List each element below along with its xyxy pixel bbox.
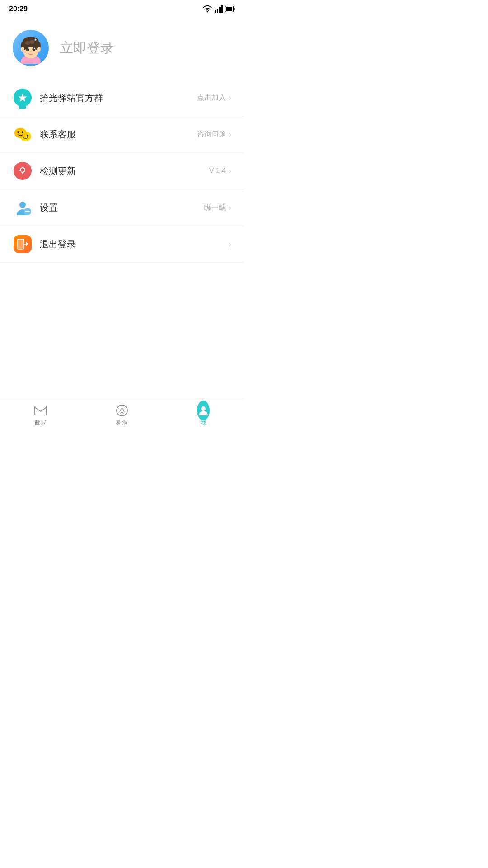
check-update-right: V 1.4 › <box>209 166 231 176</box>
logout-right: › <box>226 240 231 249</box>
settings-sub: 瞧一瞧 <box>204 203 226 212</box>
customer-service-right: 咨询问题 › <box>197 130 231 139</box>
chevron-icon: › <box>229 240 231 249</box>
svg-point-27 <box>27 134 29 137</box>
logout-label: 退出登录 <box>40 238 226 250</box>
battery-icon <box>225 6 235 12</box>
svg-marker-24 <box>19 94 27 102</box>
login-button[interactable]: 立即登录 <box>60 39 114 57</box>
signal-icon <box>215 5 223 13</box>
settings-label: 设置 <box>40 202 204 214</box>
status-time: 20:29 <box>9 5 28 13</box>
logout-icon <box>14 235 32 253</box>
menu-item-check-update[interactable]: 检测更新 V 1.4 › <box>0 153 244 189</box>
svg-point-15 <box>37 47 41 52</box>
mail-tab-icon <box>34 404 47 417</box>
tab-item-me[interactable]: 我 <box>163 404 244 429</box>
tree-hole-tab-icon <box>116 404 128 417</box>
profile-section[interactable]: ★ 立即登录 <box>0 16 244 80</box>
settings-icon <box>14 198 32 217</box>
status-bar: 20:29 <box>0 0 244 16</box>
svg-point-22 <box>35 51 38 53</box>
customer-service-label: 联系客服 <box>40 128 197 141</box>
check-update-label: 检测更新 <box>40 165 209 177</box>
menu-list: 拾光驿站官方群 点击加入 › <box>0 80 244 263</box>
status-icons <box>202 5 235 13</box>
chevron-icon: › <box>229 130 231 139</box>
svg-rect-5 <box>226 7 232 11</box>
svg-point-12 <box>25 41 30 45</box>
customer-service-icon-wrap <box>13 124 33 144</box>
menu-item-settings[interactable]: 设置 瞧一瞧 › <box>0 189 244 226</box>
official-group-label: 拾光驿站官方群 <box>40 92 197 104</box>
svg-rect-1 <box>217 9 218 13</box>
svg-point-17 <box>33 47 36 51</box>
svg-text:★: ★ <box>34 38 37 42</box>
svg-point-16 <box>26 47 29 51</box>
me-tab-icon <box>197 404 210 417</box>
svg-rect-3 <box>221 5 223 13</box>
svg-point-18 <box>28 48 28 49</box>
svg-point-19 <box>34 48 35 49</box>
svg-point-39 <box>201 406 206 411</box>
svg-point-14 <box>21 47 24 52</box>
menu-item-logout[interactable]: 退出登录 › <box>0 226 244 263</box>
svg-point-33 <box>19 202 26 208</box>
chevron-icon: › <box>229 166 231 176</box>
svg-point-32 <box>23 131 23 132</box>
settings-icon-wrap <box>13 198 33 217</box>
official-group-sub: 点击加入 <box>197 93 226 103</box>
avatar[interactable]: ★ <box>13 30 49 66</box>
svg-point-20 <box>30 51 32 52</box>
wechat-icon <box>14 125 32 143</box>
svg-rect-37 <box>35 406 47 415</box>
svg-rect-36 <box>18 239 24 249</box>
check-update-icon-wrap <box>13 161 33 181</box>
menu-item-official-group[interactable]: 拾光驿站官方群 点击加入 › <box>0 80 244 116</box>
svg-rect-0 <box>215 10 216 13</box>
svg-point-31 <box>19 131 19 132</box>
customer-service-sub: 咨询问题 <box>197 130 226 139</box>
update-icon <box>14 162 32 180</box>
official-group-right: 点击加入 › <box>197 93 231 103</box>
tab-item-mail[interactable]: 邮局 <box>0 404 81 429</box>
menu-item-customer-service[interactable]: 联系客服 咨询问题 › <box>0 116 244 153</box>
mail-tab-label: 邮局 <box>35 419 47 427</box>
svg-rect-2 <box>219 7 221 13</box>
me-tab-label: 我 <box>201 419 206 427</box>
official-group-icon-wrap <box>13 88 33 108</box>
logout-icon-wrap <box>13 234 33 254</box>
tree-hole-tab-label: 树洞 <box>116 419 128 427</box>
svg-rect-35 <box>25 211 30 212</box>
svg-point-21 <box>23 51 27 53</box>
me-active-bg <box>197 401 210 420</box>
settings-right: 瞧一瞧 › <box>204 203 231 212</box>
check-update-sub: V 1.4 <box>209 167 226 175</box>
avatar-image: ★ <box>15 32 47 64</box>
tab-item-tree-hole[interactable]: 树洞 <box>81 404 163 429</box>
svg-point-28 <box>14 128 27 138</box>
chevron-icon: › <box>229 203 231 212</box>
tab-bar: 邮局 树洞 我 <box>0 398 244 434</box>
wifi-icon <box>202 5 212 13</box>
svg-point-38 <box>117 405 127 416</box>
star-award-icon <box>14 89 32 107</box>
chevron-icon: › <box>229 93 231 103</box>
